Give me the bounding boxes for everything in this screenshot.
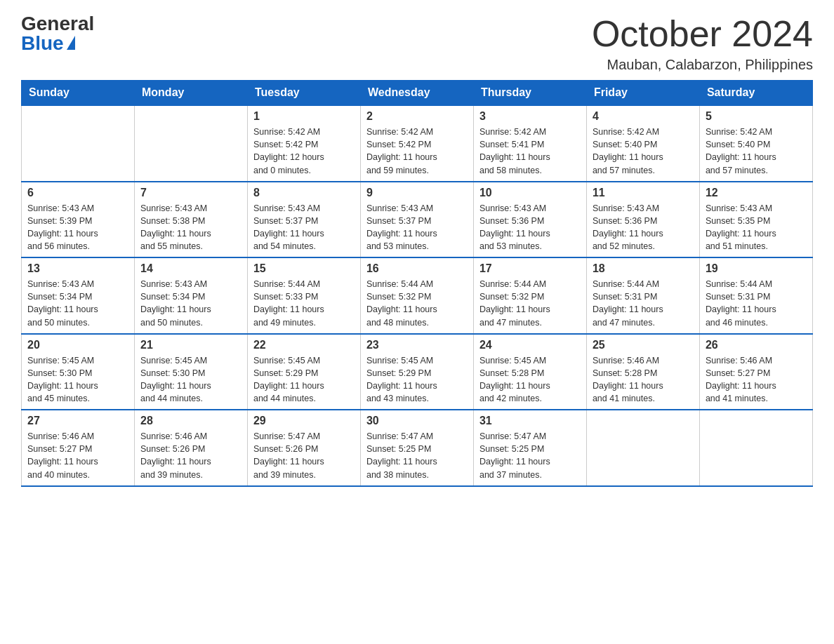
day-info: Sunrise: 5:47 AM Sunset: 5:25 PM Dayligh… — [366, 430, 468, 481]
day-info: Sunrise: 5:45 AM Sunset: 5:28 PM Dayligh… — [479, 354, 581, 405]
calendar-header-wednesday: Wednesday — [360, 81, 473, 106]
day-number: 10 — [479, 187, 581, 199]
day-number: 1 — [253, 110, 355, 123]
calendar-cell: 20Sunrise: 5:45 AM Sunset: 5:30 PM Dayli… — [22, 334, 135, 410]
calendar-week-row: 20Sunrise: 5:45 AM Sunset: 5:30 PM Dayli… — [22, 334, 813, 410]
calendar-cell: 5Sunrise: 5:42 AM Sunset: 5:40 PM Daylig… — [699, 105, 812, 182]
calendar-header-row: SundayMondayTuesdayWednesdayThursdayFrid… — [22, 81, 813, 106]
day-info: Sunrise: 5:42 AM Sunset: 5:42 PM Dayligh… — [366, 126, 468, 177]
day-number: 21 — [140, 339, 241, 351]
month-title: October 2024 — [592, 14, 813, 54]
day-info: Sunrise: 5:45 AM Sunset: 5:30 PM Dayligh… — [140, 354, 241, 405]
day-number: 23 — [366, 339, 468, 351]
day-number: 19 — [706, 262, 807, 275]
day-number: 30 — [366, 415, 468, 427]
calendar-cell: 19Sunrise: 5:44 AM Sunset: 5:31 PM Dayli… — [699, 257, 812, 334]
logo: General Blue — [21, 14, 94, 53]
day-number: 16 — [366, 262, 468, 275]
day-info: Sunrise: 5:45 AM Sunset: 5:30 PM Dayligh… — [27, 354, 128, 405]
day-info: Sunrise: 5:44 AM Sunset: 5:32 PM Dayligh… — [479, 278, 581, 329]
calendar-cell: 8Sunrise: 5:43 AM Sunset: 5:37 PM Daylig… — [247, 182, 360, 258]
calendar-cell: 7Sunrise: 5:43 AM Sunset: 5:38 PM Daylig… — [134, 182, 247, 258]
day-number: 15 — [253, 262, 355, 275]
calendar-cell: 10Sunrise: 5:43 AM Sunset: 5:36 PM Dayli… — [473, 182, 586, 258]
calendar-week-row: 1Sunrise: 5:42 AM Sunset: 5:42 PM Daylig… — [22, 105, 813, 182]
calendar-cell: 29Sunrise: 5:47 AM Sunset: 5:26 PM Dayli… — [247, 410, 360, 486]
day-number: 29 — [253, 415, 355, 427]
day-info: Sunrise: 5:43 AM Sunset: 5:36 PM Dayligh… — [479, 202, 581, 253]
calendar-cell: 23Sunrise: 5:45 AM Sunset: 5:29 PM Dayli… — [360, 334, 473, 410]
calendar-cell: 12Sunrise: 5:43 AM Sunset: 5:35 PM Dayli… — [699, 182, 812, 258]
day-number: 31 — [479, 415, 581, 427]
day-info: Sunrise: 5:47 AM Sunset: 5:26 PM Dayligh… — [253, 430, 355, 481]
calendar-header-saturday: Saturday — [699, 81, 812, 106]
calendar-table: SundayMondayTuesdayWednesdayThursdayFrid… — [21, 80, 813, 487]
calendar-cell — [22, 105, 135, 182]
day-info: Sunrise: 5:42 AM Sunset: 5:40 PM Dayligh… — [706, 126, 807, 177]
day-info: Sunrise: 5:42 AM Sunset: 5:41 PM Dayligh… — [479, 126, 581, 177]
day-info: Sunrise: 5:44 AM Sunset: 5:33 PM Dayligh… — [253, 278, 355, 329]
day-number: 3 — [479, 110, 581, 123]
calendar-week-row: 27Sunrise: 5:46 AM Sunset: 5:27 PM Dayli… — [22, 410, 813, 486]
calendar-cell: 26Sunrise: 5:46 AM Sunset: 5:27 PM Dayli… — [699, 334, 812, 410]
day-info: Sunrise: 5:43 AM Sunset: 5:34 PM Dayligh… — [27, 278, 128, 329]
day-info: Sunrise: 5:45 AM Sunset: 5:29 PM Dayligh… — [366, 354, 468, 405]
day-info: Sunrise: 5:42 AM Sunset: 5:40 PM Dayligh… — [593, 126, 694, 177]
calendar-header-friday: Friday — [586, 81, 699, 106]
day-number: 27 — [27, 415, 128, 427]
title-area: October 2024 Mauban, Calabarzon, Philipp… — [592, 14, 813, 73]
day-info: Sunrise: 5:46 AM Sunset: 5:27 PM Dayligh… — [27, 430, 128, 481]
day-info: Sunrise: 5:44 AM Sunset: 5:32 PM Dayligh… — [366, 278, 468, 329]
day-info: Sunrise: 5:43 AM Sunset: 5:37 PM Dayligh… — [366, 202, 468, 253]
calendar-cell: 16Sunrise: 5:44 AM Sunset: 5:32 PM Dayli… — [360, 257, 473, 334]
calendar-cell: 17Sunrise: 5:44 AM Sunset: 5:32 PM Dayli… — [473, 257, 586, 334]
calendar-cell: 30Sunrise: 5:47 AM Sunset: 5:25 PM Dayli… — [360, 410, 473, 486]
day-number: 14 — [140, 262, 241, 275]
calendar-header-sunday: Sunday — [22, 81, 135, 106]
day-number: 20 — [27, 339, 128, 351]
calendar-cell: 2Sunrise: 5:42 AM Sunset: 5:42 PM Daylig… — [360, 105, 473, 182]
day-info: Sunrise: 5:44 AM Sunset: 5:31 PM Dayligh… — [593, 278, 694, 329]
calendar-cell: 22Sunrise: 5:45 AM Sunset: 5:29 PM Dayli… — [247, 334, 360, 410]
day-number: 4 — [593, 110, 694, 123]
calendar-week-row: 6Sunrise: 5:43 AM Sunset: 5:39 PM Daylig… — [22, 182, 813, 258]
calendar-cell: 4Sunrise: 5:42 AM Sunset: 5:40 PM Daylig… — [586, 105, 699, 182]
day-info: Sunrise: 5:43 AM Sunset: 5:34 PM Dayligh… — [140, 278, 241, 329]
day-info: Sunrise: 5:42 AM Sunset: 5:42 PM Dayligh… — [253, 126, 355, 177]
day-info: Sunrise: 5:43 AM Sunset: 5:39 PM Dayligh… — [27, 202, 128, 253]
day-number: 7 — [140, 187, 241, 199]
day-number: 25 — [593, 339, 694, 351]
day-number: 26 — [706, 339, 807, 351]
day-number: 6 — [27, 187, 128, 199]
day-number: 12 — [706, 187, 807, 199]
day-number: 28 — [140, 415, 241, 427]
calendar-cell: 15Sunrise: 5:44 AM Sunset: 5:33 PM Dayli… — [247, 257, 360, 334]
day-info: Sunrise: 5:43 AM Sunset: 5:37 PM Dayligh… — [253, 202, 355, 253]
day-number: 24 — [479, 339, 581, 351]
logo-blue-text: Blue — [21, 34, 75, 53]
day-info: Sunrise: 5:44 AM Sunset: 5:31 PM Dayligh… — [706, 278, 807, 329]
day-info: Sunrise: 5:46 AM Sunset: 5:28 PM Dayligh… — [593, 354, 694, 405]
logo-general-text: General — [21, 14, 94, 34]
day-number: 2 — [366, 110, 468, 123]
day-info: Sunrise: 5:43 AM Sunset: 5:35 PM Dayligh… — [706, 202, 807, 253]
day-number: 17 — [479, 262, 581, 275]
day-info: Sunrise: 5:47 AM Sunset: 5:25 PM Dayligh… — [479, 430, 581, 481]
day-info: Sunrise: 5:43 AM Sunset: 5:36 PM Dayligh… — [593, 202, 694, 253]
day-number: 9 — [366, 187, 468, 199]
day-number: 8 — [253, 187, 355, 199]
calendar-cell — [699, 410, 812, 486]
calendar-cell: 9Sunrise: 5:43 AM Sunset: 5:37 PM Daylig… — [360, 182, 473, 258]
calendar-cell: 24Sunrise: 5:45 AM Sunset: 5:28 PM Dayli… — [473, 334, 586, 410]
calendar-cell: 25Sunrise: 5:46 AM Sunset: 5:28 PM Dayli… — [586, 334, 699, 410]
calendar-cell: 21Sunrise: 5:45 AM Sunset: 5:30 PM Dayli… — [134, 334, 247, 410]
logo-triangle-icon — [67, 36, 75, 50]
day-number: 18 — [593, 262, 694, 275]
calendar-cell: 28Sunrise: 5:46 AM Sunset: 5:26 PM Dayli… — [134, 410, 247, 486]
calendar-cell: 1Sunrise: 5:42 AM Sunset: 5:42 PM Daylig… — [247, 105, 360, 182]
calendar-week-row: 13Sunrise: 5:43 AM Sunset: 5:34 PM Dayli… — [22, 257, 813, 334]
calendar-header-thursday: Thursday — [473, 81, 586, 106]
calendar-cell: 3Sunrise: 5:42 AM Sunset: 5:41 PM Daylig… — [473, 105, 586, 182]
calendar-cell: 6Sunrise: 5:43 AM Sunset: 5:39 PM Daylig… — [22, 182, 135, 258]
calendar-cell: 31Sunrise: 5:47 AM Sunset: 5:25 PM Dayli… — [473, 410, 586, 486]
